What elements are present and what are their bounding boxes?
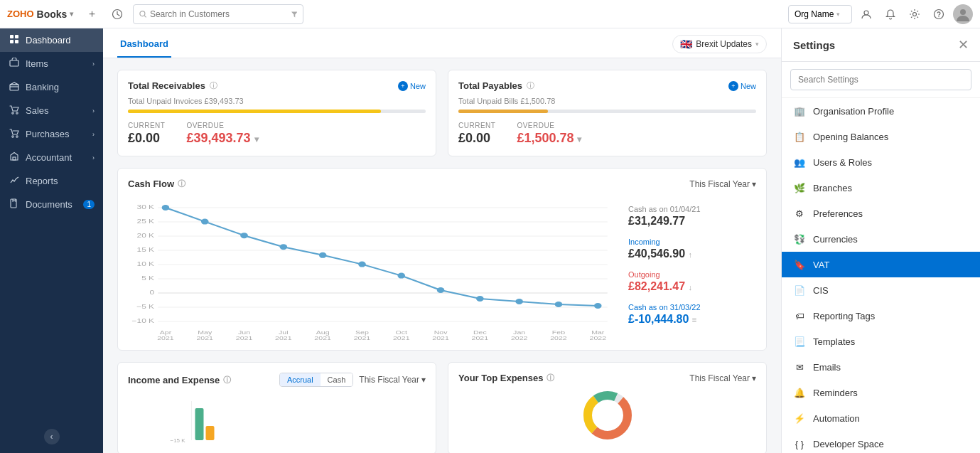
outgoing-value: £82,241.47 ↓ [628, 280, 756, 293]
sidebar-item-purchases[interactable]: Purchases › [0, 122, 103, 146]
search-filter-icon[interactable] [291, 11, 298, 18]
documents-badge: 1 [83, 200, 95, 209]
logo-chevron-icon[interactable]: ▾ [70, 10, 73, 18]
receivables-info-icon[interactable]: ⓘ [210, 80, 217, 91]
overdue-dropdown-icon[interactable]: ▾ [577, 134, 581, 144]
settings-item-cis[interactable]: 📄 CIS [782, 277, 980, 303]
cash-toggle-button[interactable]: Cash [321, 373, 353, 386]
sidebar-item-banking[interactable]: Banking [0, 75, 103, 99]
top-expenses-info-icon[interactable]: ⓘ [546, 373, 554, 383]
cash-flow-info-icon[interactable]: ⓘ [178, 178, 185, 189]
settings-item-users-roles[interactable]: 👥 Users & Roles [782, 149, 980, 175]
overdue-dropdown-icon[interactable]: ▾ [254, 134, 259, 144]
payables-new-button[interactable]: + New [728, 81, 756, 91]
gear-icon-button[interactable] [905, 4, 925, 24]
settings-item-reporting-tags[interactable]: 🏷 Reporting Tags [782, 303, 980, 329]
outgoing-label: Outgoing [628, 270, 756, 279]
contact-icon-button[interactable] [856, 4, 876, 24]
organisation-profile-icon: 🏢 [793, 105, 806, 117]
income-expense-info-icon[interactable]: ⓘ [223, 375, 231, 385]
receivables-new-button[interactable]: + New [398, 81, 426, 91]
brexit-updates-button[interactable]: 🇬🇧 Brexit Updates ▾ [672, 35, 767, 53]
sidebar-item-documents[interactable]: Documents 1 [0, 193, 103, 216]
payables-progress-fill [458, 110, 548, 113]
svg-text:15 K: 15 K [137, 245, 154, 252]
settings-item-developer-space[interactable]: { } Developer Space [782, 431, 980, 453]
history-icon[interactable] [107, 4, 127, 24]
payables-header: Total Payables ⓘ + New [458, 80, 756, 91]
sidebar-item-accountant[interactable]: Accountant › [0, 146, 103, 169]
overdue-value: £39,493.73 ▾ [186, 131, 258, 146]
cash-start-label: Cash as on 01/04/21 [628, 205, 756, 213]
users-roles-icon: 👥 [793, 156, 806, 169]
emails-icon: ✉ [793, 361, 806, 373]
outgoing-arrow-icon: ↓ [689, 283, 693, 292]
settings-item-label: CIS [813, 285, 829, 296]
tab-dashboard[interactable]: Dashboard [117, 31, 171, 58]
svg-text:2021: 2021 [314, 335, 331, 340]
sidebar-item-label: Sales [26, 105, 49, 116]
settings-item-branches[interactable]: 🌿 Branches [782, 175, 980, 201]
payables-info-icon[interactable]: ⓘ [527, 80, 534, 91]
incoming-block: Incoming £40,546.90 ↑ [628, 238, 756, 260]
settings-item-currencies[interactable]: 💱 Currencies [782, 226, 980, 252]
items-icon [9, 58, 20, 70]
cash-end-block: Cash as on 31/03/22 £-10,444.80 = [628, 303, 756, 326]
cash-start-value: £31,249.77 [628, 215, 756, 228]
sidebar-item-dashboard[interactable]: Dashboard [0, 28, 103, 52]
settings-item-emails[interactable]: ✉ Emails [782, 354, 980, 380]
settings-item-label: Reporting Tags [813, 311, 875, 321]
app-logo[interactable]: ZOHO Books ▾ [7, 9, 73, 20]
sidebar-item-label: Reports [26, 176, 58, 186]
svg-point-1 [140, 11, 145, 16]
sidebar-collapse-button[interactable]: ‹ [44, 429, 60, 444]
branches-icon: 🌿 [793, 181, 806, 194]
period-chevron-icon: ▾ [752, 373, 756, 383]
settings-search-input[interactable] [790, 69, 971, 90]
incoming-value: £40,546.90 ↑ [628, 247, 756, 260]
current-label: CURRENT [458, 122, 495, 129]
svg-text:−15 K: −15 K [171, 437, 186, 444]
cash-flow-svg: 30 K 25 K 20 K 15 K 10 K 5 K 0 −5 K −10 … [128, 198, 617, 340]
settings-item-reminders[interactable]: 🔔 Reminders [782, 380, 980, 405]
settings-item-organisation-profile[interactable]: 🏢 Organisation Profile [782, 98, 980, 124]
fiscal-year-selector[interactable]: This Fiscal Year ▾ [689, 179, 756, 189]
accrual-toggle-button[interactable]: Accrual [280, 373, 321, 386]
settings-item-templates[interactable]: 📃 Templates [782, 329, 980, 354]
svg-text:10 K: 10 K [137, 260, 154, 267]
search-input[interactable] [150, 9, 289, 19]
sidebar-item-sales[interactable]: Sales › [0, 99, 103, 122]
sidebar-item-label: Purchases [26, 129, 69, 139]
income-expense-period-selector[interactable]: This Fiscal Year ▾ [359, 375, 426, 385]
settings-item-automation[interactable]: ⚡ Automation [782, 405, 980, 431]
user-avatar-button[interactable] [953, 4, 973, 24]
help-icon-button[interactable] [929, 4, 949, 24]
receivables-progress-bg [128, 110, 426, 113]
settings-item-vat[interactable]: 🔖 VAT [782, 252, 980, 277]
org-selector[interactable]: Org Name ▾ [788, 5, 852, 23]
settings-item-preferences[interactable]: ⚙ Preferences [782, 201, 980, 226]
top-expenses-period-selector[interactable]: This Fiscal Year ▾ [689, 373, 756, 383]
total-receivables-card: Total Receivables ⓘ + New Total Unpaid I… [117, 70, 436, 156]
svg-text:2021: 2021 [236, 335, 253, 340]
svg-point-44 [319, 252, 327, 258]
add-button[interactable]: ＋ [82, 4, 102, 24]
receivables-overdue: OVERDUE £39,493.73 ▾ [186, 122, 258, 146]
income-expense-title: Income and Expense ⓘ [128, 375, 231, 385]
settings-search-container [782, 62, 980, 98]
settings-close-button[interactable]: ✕ [958, 37, 969, 53]
svg-text:2021: 2021 [432, 335, 449, 340]
svg-point-7 [938, 16, 939, 16]
income-expense-header: Income and Expense ⓘ Accrual Cash This F… [128, 373, 426, 387]
bell-icon-button[interactable] [881, 4, 900, 24]
svg-point-45 [358, 262, 366, 267]
settings-item-opening-balances[interactable]: 📋 Opening Balances [782, 124, 980, 149]
svg-point-17 [16, 112, 18, 114]
sidebar-item-reports[interactable]: Reports [0, 169, 103, 193]
receivables-progress-fill [128, 110, 381, 113]
books-text: Books [37, 9, 68, 20]
svg-text:2022: 2022 [511, 335, 528, 340]
dashboard-icon [9, 34, 20, 46]
receivables-subtitle: Total Unpaid Invoices £39,493.73 [128, 97, 426, 105]
sidebar-item-items[interactable]: Items › [0, 52, 103, 75]
